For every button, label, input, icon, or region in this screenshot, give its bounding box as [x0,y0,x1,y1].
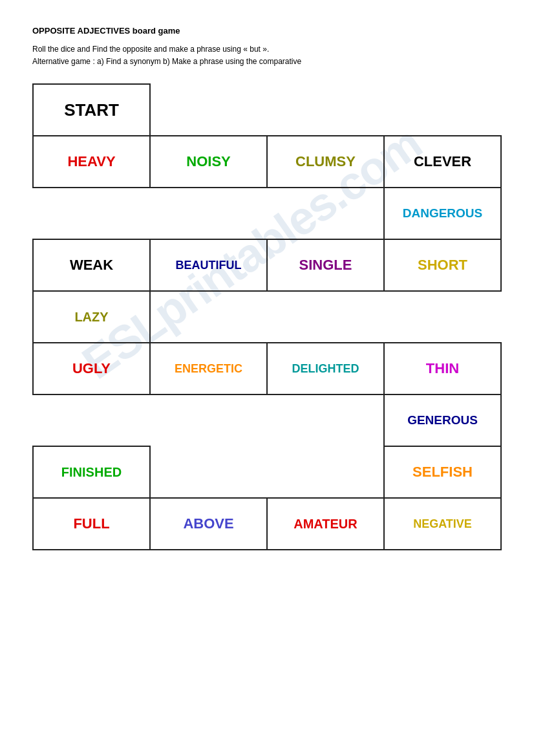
cell-noisy: NOISY [150,136,267,188]
cell-ugly: UGLY [33,343,150,394]
cell-negative: NEGATIVE [384,498,501,550]
page-title: OPPOSITE ADJECTIVES board game [32,26,502,36]
cell-empty-r3c1 [33,188,150,239]
cell-lazy: LAZY [33,291,150,343]
cell-empty-r7c3 [267,394,384,446]
cell-clever: CLEVER [384,136,501,188]
cell-above: ABOVE [150,498,267,550]
cell-start: START [33,84,150,136]
cell-energetic: ENERGETIC [150,343,267,394]
cell-empty-r7c1 [33,394,150,446]
cell-clumsy: CLUMSY [267,136,384,188]
cell-short: SHORT [384,239,501,291]
cell-empty-r7c2 [150,394,267,446]
cell-single: SINGLE [267,239,384,291]
board-table: START HEAVY NOISY CLUMSY CLEVER DANGEROU… [32,83,502,550]
cell-empty-r1c3 [267,84,384,136]
cell-weak: WEAK [33,239,150,291]
cell-empty-r8c3 [267,446,384,498]
cell-beautiful: BEAUTIFUL [150,239,267,291]
cell-empty-r5c4 [384,291,501,343]
cell-delighted: DELIGHTED [267,343,384,394]
cell-empty-r3c2 [150,188,267,239]
cell-selfish: SELFISH [384,446,501,498]
instruction-line1: Roll the dice and Find the opposite and … [32,43,502,56]
cell-empty-r1c2 [150,84,267,136]
cell-empty-r8c2 [150,446,267,498]
cell-amateur: AMATEUR [267,498,384,550]
cell-generous: GENEROUS [384,394,501,446]
cell-heavy: HEAVY [33,136,150,188]
instructions: Roll the dice and Find the opposite and … [32,43,502,68]
cell-thin: THIN [384,343,501,394]
cell-dangerous: DANGEROUS [384,188,501,239]
cell-empty-r5c3 [267,291,384,343]
cell-empty-r3c3 [267,188,384,239]
cell-empty-r5c2 [150,291,267,343]
cell-finished: FINISHED [33,446,150,498]
cell-full: FULL [33,498,150,550]
cell-empty-r1c4 [384,84,501,136]
instruction-line2: Alternative game : a) Find a synonym b) … [32,56,502,68]
